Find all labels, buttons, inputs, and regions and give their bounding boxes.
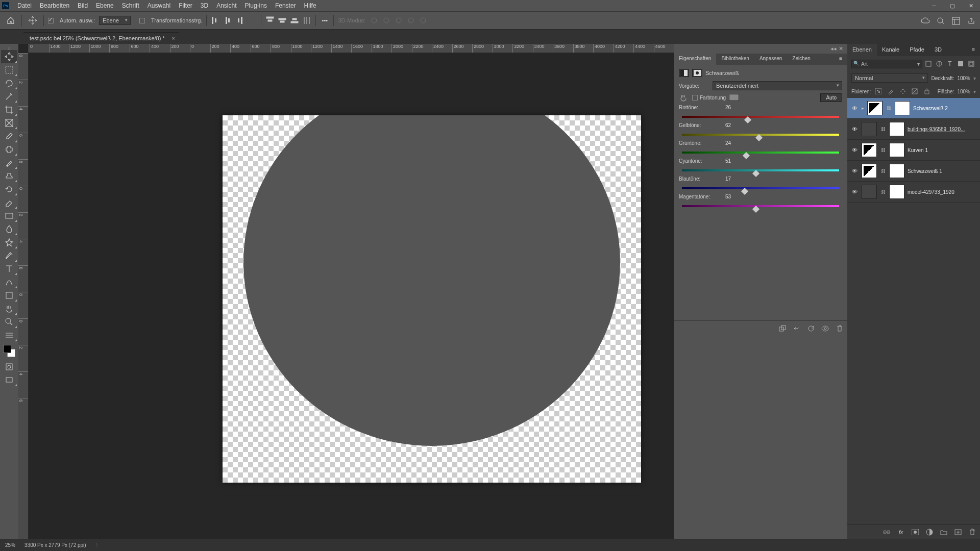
layer-visibility-icon[interactable]: 👁 — [850, 147, 859, 153]
slider-1[interactable] — [682, 131, 839, 138]
adjustment-add-icon[interactable] — [925, 528, 934, 537]
layer-name[interactable]: Schwarzweiß 1 — [908, 168, 977, 174]
slider-4[interactable] — [682, 184, 839, 191]
layer-mask-thumb[interactable] — [889, 143, 904, 157]
slider-0[interactable] — [682, 113, 839, 120]
fill-value[interactable]: 100% — [957, 89, 970, 94]
slider-value-1[interactable]: 62 — [713, 122, 731, 128]
maximize-button[interactable]: ▢ — [943, 0, 962, 11]
layer-row-0[interactable]: 👁 ▸ ⛓ Schwarzweiß 2 — [847, 98, 980, 119]
layer-thumb[interactable] — [862, 122, 877, 136]
share-icon[interactable] — [967, 16, 976, 26]
layer-name[interactable]: Kurven 1 — [908, 147, 977, 153]
panel-menu-icon[interactable]: ≡ — [834, 54, 847, 65]
menu-plug-ins[interactable]: Plug-ins — [241, 2, 271, 9]
tab-adjust[interactable]: Anpassen — [754, 54, 787, 65]
auto-button[interactable]: Auto — [820, 93, 842, 102]
filter-adjust-icon[interactable] — [935, 59, 944, 68]
layer-thumb[interactable] — [862, 185, 877, 199]
group-icon[interactable] — [939, 528, 948, 537]
tab-close-icon[interactable]: × — [172, 35, 175, 41]
tab-pfade[interactable]: Pfade — [904, 44, 929, 56]
layer-visibility-icon[interactable]: 👁 — [850, 168, 859, 174]
slider-2[interactable] — [682, 148, 839, 156]
path-tool[interactable] — [1, 276, 17, 289]
align-icon-1[interactable] — [223, 16, 232, 25]
minimize-button[interactable]: ─ — [925, 0, 943, 11]
panel-close-icon[interactable]: ✕ — [839, 45, 843, 52]
panel-collapse-icon[interactable]: ◂◂ — [830, 45, 837, 52]
layer-dropdown[interactable]: Ebene — [99, 16, 131, 25]
status-arrow-icon[interactable]: 〉 — [95, 542, 101, 549]
slider-value-0[interactable]: 26 — [713, 105, 731, 110]
layer-thumb[interactable] — [862, 164, 877, 178]
layer-row-4[interactable]: 👁 ⛓ model-429733_1920 — [847, 182, 980, 203]
layer-visibility-icon[interactable]: 👁 — [850, 126, 859, 132]
dist-icon-0[interactable] — [265, 16, 275, 25]
lock-pos-icon[interactable] — [898, 87, 908, 96]
lock-trans-icon[interactable] — [874, 87, 883, 96]
eyedrop-tool[interactable] — [1, 130, 17, 143]
canvas-viewport[interactable]: 0140012001000800600400200020040060080010… — [18, 44, 674, 539]
menu-auswahl[interactable]: Auswahl — [143, 2, 175, 9]
menu-bearbeiten[interactable]: Bearbeiten — [36, 2, 74, 9]
clip-icon[interactable] — [778, 324, 787, 333]
crop-tool[interactable] — [1, 103, 17, 116]
filter-shape-icon[interactable] — [956, 59, 965, 68]
zoom-value[interactable]: 25% — [5, 542, 15, 548]
menu-ansicht[interactable]: Ansicht — [212, 2, 240, 9]
menu-bild[interactable]: Bild — [74, 2, 92, 9]
wand-tool[interactable] — [1, 90, 17, 103]
layer-row-3[interactable]: 👁 ⛓ Schwarzweiß 1 — [847, 161, 980, 182]
layer-mask-thumb[interactable] — [895, 101, 910, 115]
tint-checkbox[interactable] — [692, 95, 698, 101]
layer-name[interactable]: buildings-936589_1920... — [908, 127, 977, 132]
align-icon-2[interactable] — [235, 16, 244, 25]
move-tool[interactable] — [1, 50, 17, 63]
tab-ebenen[interactable]: Ebenen — [847, 44, 877, 56]
workspace-icon[interactable] — [951, 16, 961, 26]
menu-fenster[interactable]: Fenster — [271, 2, 300, 9]
align-icon-3[interactable] — [248, 16, 257, 25]
brush-tool[interactable] — [1, 156, 17, 169]
layers-menu-icon[interactable]: ≡ — [967, 44, 980, 56]
stamp-tool[interactable] — [1, 169, 17, 183]
dist-icon-2[interactable] — [290, 16, 299, 25]
layer-name[interactable]: Schwarzweiß 2 — [913, 106, 977, 111]
pen-tool[interactable] — [1, 249, 17, 262]
layer-visibility-icon[interactable]: 👁 — [850, 105, 859, 111]
lock-all-icon[interactable] — [922, 87, 932, 96]
layer-thumb[interactable] — [867, 101, 883, 115]
slider-value-5[interactable]: 53 — [713, 194, 731, 199]
mask-add-icon[interactable] — [911, 528, 920, 537]
layer-visibility-icon[interactable]: 👁 — [850, 189, 859, 195]
quickmask-icon[interactable] — [1, 360, 17, 373]
edit-tool[interactable] — [1, 329, 17, 342]
hand-tool[interactable] — [1, 302, 17, 315]
slider-3[interactable] — [682, 166, 839, 173]
fx-icon[interactable]: fx — [896, 528, 905, 537]
tab-3d[interactable]: 3D — [929, 44, 947, 56]
filter-pixel-icon[interactable] — [924, 59, 933, 68]
close-button[interactable]: ✕ — [962, 0, 980, 11]
align-icon-0[interactable] — [211, 16, 220, 25]
tab-properties[interactable]: Eigenschaften — [674, 54, 716, 65]
gradient-tool[interactable] — [1, 209, 17, 222]
layer-mask-thumb[interactable] — [889, 122, 904, 136]
layer-row-2[interactable]: 👁 ⛓ Kurven 1 — [847, 140, 980, 161]
marquee-tool[interactable] — [1, 63, 17, 77]
blend-mode-dropdown[interactable]: Normal — [851, 73, 928, 83]
type-tool[interactable] — [1, 262, 17, 276]
dist-icon-3[interactable] — [302, 16, 311, 25]
more-options-icon[interactable]: ••• — [320, 16, 329, 25]
filter-type-icon[interactable]: T — [945, 59, 954, 68]
canvas[interactable] — [223, 115, 641, 483]
layer-mask-thumb[interactable] — [889, 164, 904, 178]
lock-paint-icon[interactable] — [886, 87, 895, 96]
menu-schrift[interactable]: Schrift — [118, 2, 143, 9]
visibility-icon[interactable] — [821, 324, 830, 333]
preset-dropdown[interactable]: Benutzerdefiniert — [713, 81, 842, 90]
home-icon[interactable] — [4, 14, 17, 27]
slider-5[interactable] — [682, 202, 839, 209]
layer-name[interactable]: model-429733_1920 — [908, 189, 977, 195]
